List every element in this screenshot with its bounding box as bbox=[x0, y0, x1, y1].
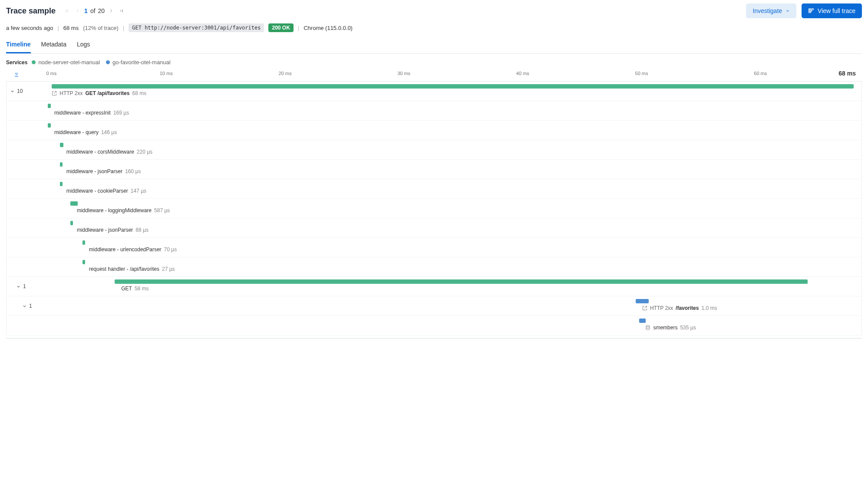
waterfall: 10HTTP 2xxGET /api/favorites68 msmiddlew… bbox=[6, 82, 862, 335]
span-duration: 1.0 ms bbox=[701, 305, 717, 311]
axis-end: 68 ms bbox=[838, 70, 856, 77]
span-row[interactable]: request handler - /api/favorites27 µs bbox=[7, 257, 861, 277]
service-legend-item[interactable]: node-server-otel-manual bbox=[32, 59, 100, 66]
span-row[interactable]: 1GET58 ms bbox=[7, 277, 861, 296]
span-bar[interactable] bbox=[60, 162, 63, 167]
span-name: middleware - urlencodedParser bbox=[89, 246, 162, 253]
span-bar[interactable] bbox=[60, 182, 63, 186]
pager-last-icon[interactable] bbox=[118, 7, 125, 15]
span-label: middleware - jsonParser88 µs bbox=[77, 227, 149, 233]
axis-tick: 40 ms bbox=[516, 71, 529, 76]
span-duration: 58 ms bbox=[135, 286, 149, 292]
age-text: a few seconds ago bbox=[6, 25, 53, 31]
http-status: HTTP 2xx bbox=[59, 90, 83, 96]
span-name: request handler - /api/favorites bbox=[89, 266, 159, 272]
axis-tick: 0 ms bbox=[46, 71, 56, 76]
service-dot bbox=[32, 60, 36, 64]
span-name: GET bbox=[121, 286, 132, 292]
chevron-down-icon bbox=[785, 7, 790, 14]
span-bar[interactable] bbox=[639, 319, 646, 323]
span-name: GET /api/favorites bbox=[85, 90, 129, 96]
service-legend-item[interactable]: go-favorite-otel-manual bbox=[106, 59, 171, 66]
span-label: GET58 ms bbox=[121, 286, 149, 292]
span-bar[interactable] bbox=[48, 123, 51, 128]
span-duration: 70 µs bbox=[164, 246, 177, 253]
pager-of-label: of bbox=[90, 7, 96, 14]
view-full-trace-button[interactable]: View full trace bbox=[802, 3, 862, 18]
chevron-down-icon[interactable] bbox=[9, 88, 15, 94]
span-label: smembers535 µs bbox=[645, 325, 696, 331]
pager-prev-icon[interactable] bbox=[74, 7, 82, 15]
span-bar[interactable] bbox=[60, 143, 63, 147]
span-row[interactable]: middleware - cookieParser147 µs bbox=[7, 179, 861, 199]
span-bar[interactable] bbox=[52, 84, 854, 89]
span-row[interactable]: smembers535 µs bbox=[7, 316, 861, 335]
svg-point-3 bbox=[646, 325, 650, 327]
span-name: middleware - jsonParser bbox=[77, 227, 133, 233]
span-duration: 160 µs bbox=[125, 168, 141, 174]
span-row[interactable]: middleware - jsonParser160 µs bbox=[7, 160, 861, 179]
investigate-button[interactable]: Investigate bbox=[746, 3, 796, 18]
span-row[interactable]: middleware - loggingMiddleware587 µs bbox=[7, 199, 861, 218]
service-name: go-favorite-otel-manual bbox=[112, 59, 171, 66]
span-label: middleware - expressInit169 µs bbox=[54, 110, 129, 116]
svg-rect-1 bbox=[809, 10, 812, 11]
span-duration: 88 µs bbox=[135, 227, 149, 233]
span-bar[interactable] bbox=[115, 279, 808, 284]
axis-tick: 20 ms bbox=[278, 71, 291, 76]
span-duration: 147 µs bbox=[131, 188, 146, 194]
span-row[interactable]: middleware - urlencodedParser70 µs bbox=[7, 238, 861, 257]
span-duration: 27 µs bbox=[162, 266, 175, 272]
span-bar[interactable] bbox=[636, 299, 649, 303]
separator: | bbox=[123, 25, 124, 31]
tabs: Timeline Metadata Logs bbox=[6, 38, 862, 54]
span-bar[interactable] bbox=[83, 260, 85, 264]
span-label: middleware - query146 µs bbox=[54, 129, 117, 135]
span-label: middleware - urlencodedParser70 µs bbox=[89, 246, 177, 253]
tab-timeline[interactable]: Timeline bbox=[6, 38, 31, 53]
span-bar[interactable] bbox=[70, 201, 78, 206]
span-row[interactable]: middleware - corsMiddleware220 µs bbox=[7, 140, 861, 160]
span-name: middleware - corsMiddleware bbox=[66, 149, 134, 155]
span-duration: 220 µs bbox=[137, 149, 152, 155]
request-pill: GET http://node-server:3001/api/favorite… bbox=[129, 23, 264, 32]
pager-first-icon[interactable] bbox=[63, 7, 71, 15]
pager-total: 20 bbox=[98, 7, 105, 14]
span-row[interactable]: middleware - jsonParser88 µs bbox=[7, 218, 861, 238]
pager-next-icon[interactable] bbox=[107, 7, 115, 15]
page-title: Trace sample bbox=[6, 7, 56, 16]
client-text: Chrome (115.0.0.0) bbox=[304, 25, 353, 31]
axis-tick: 50 ms bbox=[635, 71, 648, 76]
separator: | bbox=[298, 25, 299, 31]
span-name: middleware - loggingMiddleware bbox=[77, 207, 152, 214]
tab-metadata[interactable]: Metadata bbox=[41, 38, 66, 53]
services-label: Services bbox=[6, 59, 27, 66]
span-row[interactable]: 10HTTP 2xxGET /api/favorites68 ms bbox=[7, 82, 861, 101]
span-duration: 169 µs bbox=[113, 110, 129, 116]
span-duration: 146 µs bbox=[101, 129, 117, 135]
span-label: middleware - cookieParser147 µs bbox=[66, 188, 146, 194]
span-bar[interactable] bbox=[70, 221, 73, 225]
span-label: middleware - jsonParser160 µs bbox=[66, 168, 141, 174]
span-label: middleware - loggingMiddleware587 µs bbox=[77, 207, 170, 214]
status-badge: 200 OK bbox=[268, 23, 293, 32]
span-child-count: 1 bbox=[23, 283, 26, 289]
chevron-down-icon[interactable] bbox=[15, 283, 21, 289]
service-dot bbox=[106, 60, 110, 64]
span-duration: 587 µs bbox=[154, 207, 170, 214]
span-bar[interactable] bbox=[83, 240, 85, 245]
span-name: smembers bbox=[653, 325, 677, 331]
span-row[interactable]: middleware - query146 µs bbox=[7, 121, 861, 140]
span-child-count: 10 bbox=[17, 88, 23, 94]
span-label: middleware - corsMiddleware220 µs bbox=[66, 149, 152, 155]
axis-tick: 10 ms bbox=[160, 71, 173, 76]
span-row[interactable]: middleware - expressInit169 µs bbox=[7, 101, 861, 121]
view-full-trace-label: View full trace bbox=[818, 7, 855, 14]
exit-icon bbox=[52, 91, 57, 96]
span-row[interactable]: 1HTTP 2xx/favorites1.0 ms bbox=[7, 296, 861, 316]
trace-icon bbox=[808, 7, 814, 15]
tab-logs[interactable]: Logs bbox=[77, 38, 90, 53]
span-bar[interactable] bbox=[48, 104, 51, 108]
span-label: request handler - /api/favorites27 µs bbox=[89, 266, 175, 272]
chevron-down-icon[interactable] bbox=[21, 303, 27, 309]
